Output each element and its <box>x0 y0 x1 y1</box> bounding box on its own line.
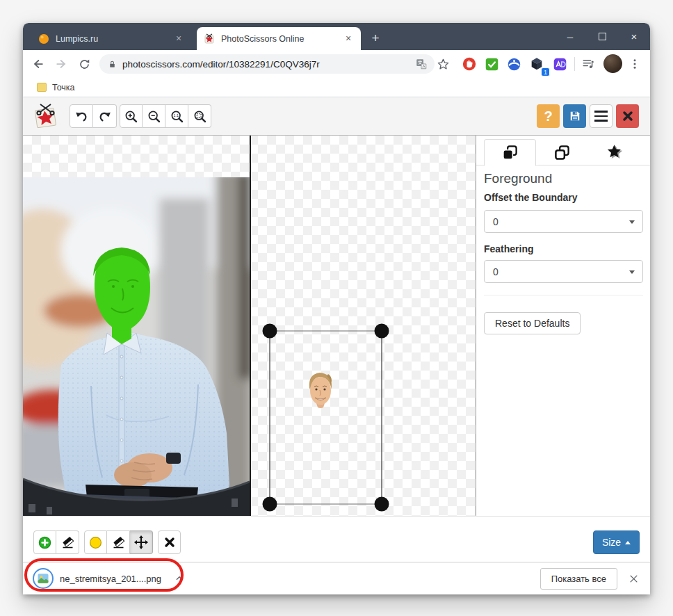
clear-x-icon <box>163 535 177 549</box>
ad-icon <box>553 57 567 72</box>
translate-icon[interactable] <box>415 58 428 70</box>
undo-icon <box>74 109 89 124</box>
shelf-actions: Показать все <box>540 568 650 590</box>
feathering-label: Feathering <box>484 243 534 254</box>
close-window-button[interactable]: × <box>618 23 650 50</box>
tab-label: Lumpics.ru <box>56 34 173 44</box>
undo-button[interactable] <box>70 104 93 128</box>
photoscissors-logo-icon[interactable] <box>31 103 60 129</box>
tab-background[interactable] <box>536 139 588 165</box>
tab-effects[interactable] <box>588 139 640 165</box>
bookmarks-bar: Точка <box>23 78 650 97</box>
bookmark-tochka[interactable]: Точка <box>37 83 75 92</box>
crop-overlay <box>251 136 476 517</box>
size-button[interactable]: Size <box>593 530 640 554</box>
forward-button[interactable] <box>51 54 71 74</box>
folder-icon <box>37 83 47 92</box>
extension-globe-button[interactable] <box>504 54 524 74</box>
toolbar-separator <box>574 57 575 71</box>
minimize-button[interactable]: – <box>554 23 586 50</box>
forward-icon <box>54 57 68 71</box>
bookmark-label: Точка <box>52 83 75 92</box>
green-plus-icon <box>38 535 52 550</box>
tab-photoscissors[interactable]: PhotoScissors Online × <box>197 27 361 50</box>
yellow-circle-icon <box>88 535 103 550</box>
save-button[interactable] <box>563 104 586 128</box>
caret-down-icon <box>629 270 635 274</box>
back-button[interactable] <box>29 54 48 74</box>
playlist-icon <box>581 57 595 71</box>
zoom-out-button[interactable] <box>143 104 165 128</box>
layers-outline-icon <box>554 145 570 161</box>
extension-ad-button[interactable] <box>550 54 569 74</box>
caret-down-icon <box>629 220 635 224</box>
tab-strip: Lumpics.ru × PhotoScissors Online × + – … <box>23 23 650 50</box>
reload-button[interactable] <box>74 54 94 74</box>
maximize-button[interactable] <box>586 23 618 50</box>
layers-filled-icon <box>502 145 518 161</box>
zoom-fit-icon <box>193 109 207 124</box>
offset-value: 0 <box>493 216 498 227</box>
eraser-icon <box>60 535 75 550</box>
feathering-select[interactable]: 0 <box>484 260 643 283</box>
cutout-face-image <box>309 373 332 408</box>
hamburger-icon <box>594 111 608 113</box>
foreground-marker-button[interactable] <box>33 530 56 554</box>
kebab-menu-icon <box>629 58 641 70</box>
profile-avatar[interactable] <box>603 54 622 73</box>
zoom-fit-button[interactable] <box>188 104 211 128</box>
tab-close-icon[interactable]: × <box>343 33 354 44</box>
browser-window: Lumpics.ru × PhotoScissors Online × + – … <box>23 23 650 594</box>
extension-check-button[interactable] <box>482 54 501 74</box>
browser-menu-button[interactable] <box>625 54 644 74</box>
clear-markers-button[interactable] <box>158 530 181 554</box>
offset-select[interactable]: 0 <box>484 210 643 233</box>
move-tool-button[interactable] <box>130 530 153 554</box>
zoom-in-icon <box>124 109 138 124</box>
zoom-actual-button[interactable]: 1:1 <box>165 104 188 128</box>
chevron-up-icon[interactable] <box>175 574 184 583</box>
sidebar-tabs <box>476 139 650 165</box>
crop-handle[interactable] <box>263 497 277 512</box>
media-queue-button[interactable] <box>578 54 598 74</box>
source-canvas[interactable] <box>23 136 250 517</box>
lumpics-favicon-icon <box>38 33 49 44</box>
bookmark-star-button[interactable] <box>433 54 453 74</box>
editor-close-button[interactable] <box>616 104 639 128</box>
download-shelf: ne_stremitsya_201....png Показать все <box>23 562 650 594</box>
result-canvas[interactable] <box>251 136 476 517</box>
move-icon <box>133 535 149 550</box>
shelf-close-icon[interactable] <box>629 574 639 584</box>
stop-hand-icon <box>462 56 477 72</box>
extension-adblocker-button[interactable] <box>460 54 479 74</box>
help-button[interactable]: ? <box>537 104 560 128</box>
editor-toolbar: 1:1 ? <box>23 97 650 136</box>
maximize-icon <box>599 33 606 40</box>
zoom-actual-label: 1:1 <box>173 113 178 117</box>
redo-button[interactable] <box>93 104 117 128</box>
zoom-in-button[interactable] <box>120 104 143 128</box>
lock-icon <box>108 59 117 70</box>
tab-foreground[interactable] <box>484 139 536 166</box>
background-eraser-button[interactable] <box>107 530 130 554</box>
background-marker-button[interactable] <box>84 530 107 554</box>
browser-toolbar: photoscissors.com/editor/10382291/C0QV36… <box>23 50 650 78</box>
close-x-icon <box>621 109 635 123</box>
foreground-eraser-button[interactable] <box>56 530 79 554</box>
size-label: Size <box>602 537 621 548</box>
download-item[interactable]: ne_stremitsya_201....png <box>33 568 184 589</box>
back-icon <box>31 57 45 71</box>
tab-label: PhotoScissors Online <box>221 34 343 44</box>
editor-menu-button[interactable] <box>590 104 613 128</box>
crop-handle[interactable] <box>375 324 389 339</box>
crop-handle[interactable] <box>263 324 277 339</box>
new-tab-button[interactable]: + <box>366 30 384 48</box>
extension-cube-button[interactable]: 1 <box>527 54 546 74</box>
tab-lumpics[interactable]: Lumpics.ru × <box>31 27 191 50</box>
panel-heading: Foreground <box>484 171 552 186</box>
tab-close-icon[interactable]: × <box>173 33 184 44</box>
address-bar[interactable]: photoscissors.com/editor/10382291/C0QV36… <box>99 54 435 74</box>
reset-defaults-button[interactable]: Reset to Defaults <box>484 312 581 334</box>
crop-handle[interactable] <box>375 497 389 512</box>
show-all-downloads-button[interactable]: Показать все <box>540 568 617 590</box>
